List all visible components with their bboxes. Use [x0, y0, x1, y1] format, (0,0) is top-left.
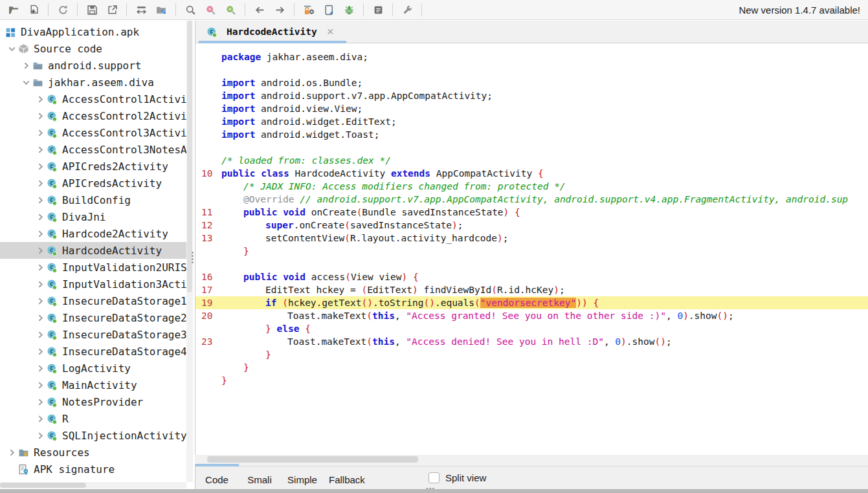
drag-handle-icon[interactable]: ●●●	[426, 486, 435, 490]
chevron-right-icon[interactable]	[34, 212, 47, 222]
tree-item-apicredsactivity[interactable]: cAPICredsActivity	[0, 175, 186, 192]
tree-item-logactivity[interactable]: cLogActivity	[0, 360, 186, 377]
code-line[interactable]: /* loaded from: classes.dex */	[195, 154, 868, 167]
fit-width-icon[interactable]	[133, 2, 150, 17]
chevron-right-icon[interactable]	[19, 60, 32, 71]
chevron-right-icon[interactable]	[5, 447, 18, 457]
tree-item-divaapplication-apk[interactable]: DivaApplication.apk	[0, 23, 186, 40]
reload-icon[interactable]	[54, 2, 71, 17]
split-view-checkbox[interactable]	[428, 472, 440, 483]
code-line[interactable]: 17EditText hckey = (EditText) findViewBy…	[195, 283, 868, 296]
update-notice[interactable]: New version 1.4.7 available!	[739, 5, 863, 16]
code-line[interactable]: }	[195, 361, 868, 374]
code-line[interactable]: 11public void onCreate(Bundle savedInsta…	[195, 206, 868, 219]
chevron-right-icon[interactable]	[34, 312, 47, 323]
tree-item-hardcode2activity[interactable]: cHardcode2Activity	[0, 225, 186, 242]
tree-item-apk-signature[interactable]: APK signature	[0, 461, 186, 477]
code-line[interactable]: }	[195, 348, 868, 361]
code-line[interactable]: 10public class HardcodeActivity extends …	[195, 167, 868, 180]
code-line[interactable]: import android.view.View;	[195, 102, 868, 115]
code-line[interactable]: }	[195, 245, 868, 257]
tree-item-source-code[interactable]: Source code	[0, 40, 186, 57]
chevron-right-icon[interactable]	[34, 296, 47, 306]
chevron-down-icon[interactable]	[19, 77, 32, 87]
class-search-icon[interactable]	[222, 2, 239, 17]
tree-item-accesscontrol1activity[interactable]: cAccessControl1Activity	[0, 91, 186, 107]
search-icon[interactable]	[182, 2, 199, 17]
chevron-right-icon[interactable]	[34, 329, 47, 340]
tree-item-insecuredatastorage2activity[interactable]: cInsecureDataStorage2Activity	[0, 309, 186, 326]
code-line-highlighted[interactable]: 19if (hckey.getText().toString().equals(…	[195, 296, 868, 309]
split-view-toggle[interactable]: Split view	[428, 472, 486, 483]
chevron-right-icon[interactable]	[34, 195, 47, 205]
chevron-right-icon[interactable]	[34, 228, 47, 239]
chevron-down-icon[interactable]	[5, 43, 18, 54]
chevron-right-icon[interactable]	[34, 430, 47, 441]
code-line[interactable]: /* JADX INFO: Access modifiers changed f…	[195, 180, 868, 193]
export-icon[interactable]	[104, 2, 120, 17]
tree-item-divajni[interactable]: cDivaJni	[0, 208, 186, 225]
tree-item-android-support[interactable]: android.support	[0, 57, 186, 74]
back-icon[interactable]	[251, 2, 268, 17]
view-tab-smali[interactable]: Smali	[238, 466, 281, 492]
code-line[interactable]: 12super.onCreate(savedInstanceState);	[195, 219, 868, 232]
chevron-right-icon[interactable]	[34, 363, 47, 373]
view-tab-fallback[interactable]: Fallback	[324, 466, 370, 492]
chevron-right-icon[interactable]	[34, 144, 47, 155]
tree-item-accesscontrol2activity[interactable]: cAccessControl2Activity	[0, 107, 186, 124]
tree-item-sqlinjectionactivity[interactable]: cSQLInjectionActivity	[0, 427, 186, 444]
code-line[interactable]: 13setContentView(R.layout.activity_hardc…	[195, 232, 868, 245]
scrollbar-thumb[interactable]	[0, 483, 86, 488]
open-file-icon[interactable]	[5, 2, 22, 17]
tree-item-accesscontrol3activity[interactable]: cAccessControl3Activity	[0, 124, 186, 141]
tree-item-r[interactable]: cR	[0, 410, 186, 427]
scrollbar-thumb[interactable]	[207, 456, 418, 463]
chevron-right-icon[interactable]	[34, 346, 47, 356]
chevron-right-icon[interactable]	[34, 380, 47, 390]
chevron-right-icon[interactable]	[34, 245, 47, 256]
chevron-right-icon[interactable]	[34, 127, 47, 138]
code-line[interactable]: }	[195, 374, 868, 387]
code-line[interactable]: 23Toast.makeText(this, "Access denied! S…	[195, 335, 868, 348]
code-line[interactable]: import android.os.Bundle;	[195, 76, 868, 89]
code-line[interactable]: } else {	[195, 322, 868, 335]
tab-hardcodeactivity[interactable]: c HardcodeActivity ×	[199, 21, 346, 43]
code-line[interactable]: import android.widget.EditText;	[195, 115, 868, 128]
debug-icon[interactable]	[340, 2, 357, 17]
view-tab-simple[interactable]: Simple	[281, 466, 324, 492]
chevron-right-icon[interactable]	[34, 279, 47, 289]
code-line[interactable]: import android.support.v7.app.AppCompatA…	[195, 89, 868, 102]
tree-item-inputvalidation2urischemeactivity[interactable]: cInputValidation2URISchemeActivity	[0, 259, 186, 276]
tree-item-accesscontrol3notesactivity[interactable]: cAccessControl3NotesActivity	[0, 141, 186, 158]
tree-item-jakhar-aseem-diva[interactable]: jakhar.aseem.diva	[0, 74, 186, 91]
splitter-handle-icon[interactable]	[191, 250, 194, 265]
log-viewer-icon[interactable]	[370, 2, 386, 17]
settings-icon[interactable]	[399, 2, 416, 17]
tree-item-insecuredatastorage3activity[interactable]: cInsecureDataStorage3Activity	[0, 326, 186, 343]
code-line[interactable]	[195, 257, 868, 270]
view-tab-code[interactable]: Code	[195, 466, 238, 492]
close-icon[interactable]: ×	[327, 27, 334, 36]
tree-item-inputvalidation3activity[interactable]: cInputValidation3Activity	[0, 276, 186, 292]
tree-item-apicreds2activity[interactable]: cAPICreds2Activity	[0, 158, 186, 175]
code-line[interactable]	[195, 63, 868, 76]
chevron-right-icon[interactable]	[34, 161, 47, 171]
code-line[interactable]	[195, 141, 868, 154]
code-horizontal-scrollbar[interactable]	[195, 455, 868, 464]
add-files-icon[interactable]	[25, 2, 42, 17]
chevron-right-icon[interactable]	[34, 397, 47, 407]
sidebar-horizontal-scrollbar[interactable]	[0, 482, 186, 488]
flatten-packages-icon[interactable]	[153, 2, 170, 17]
text-search-icon[interactable]	[202, 2, 219, 17]
tree-item-mainactivity[interactable]: cMainActivity	[0, 377, 186, 393]
chevron-right-icon[interactable]	[34, 413, 47, 424]
save-all-icon[interactable]	[83, 2, 100, 17]
code-line[interactable]: @Override // android.support.v7.app.AppC…	[195, 193, 868, 206]
code-line[interactable]: package jakhar.aseem.diva;	[195, 50, 868, 63]
deobfuscation-icon[interactable]	[300, 2, 317, 17]
chevron-right-icon[interactable]	[34, 94, 47, 104]
tree-item-notesprovider[interactable]: cNotesProvider	[0, 393, 186, 410]
tree-item-buildconfig[interactable]: cBuildConfig	[0, 192, 186, 208]
chevron-right-icon[interactable]	[34, 111, 47, 121]
chevron-right-icon[interactable]	[34, 178, 47, 188]
